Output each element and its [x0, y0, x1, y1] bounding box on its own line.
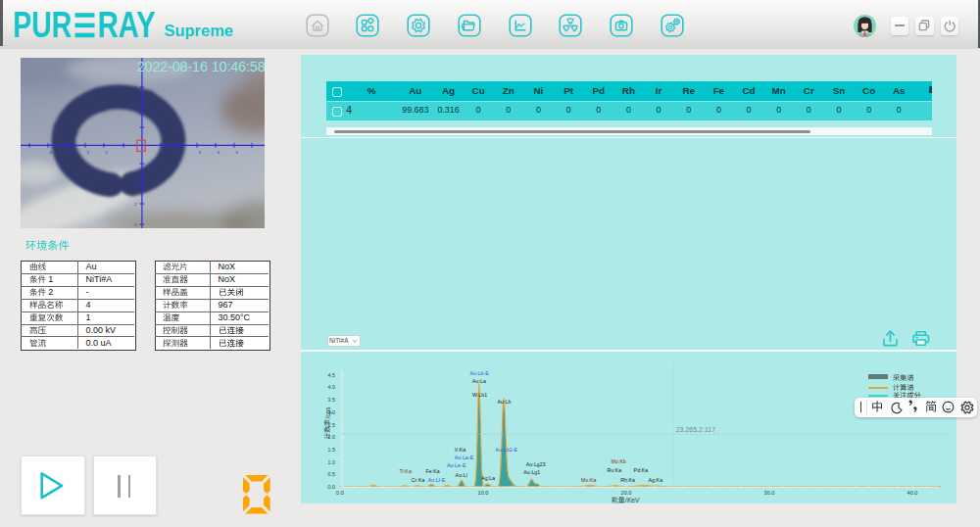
svg-text:30.0: 30.0 [764, 490, 775, 496]
svg-text:20.0: 20.0 [621, 490, 632, 496]
svg-text:10.0: 10.0 [478, 490, 489, 496]
svg-text:/cps: /cps [324, 407, 332, 419]
svg-text:/KeV: /KeV [625, 497, 640, 503]
svg-text:4.0: 4.0 [328, 384, 336, 390]
svg-text:0.0: 0.0 [328, 484, 336, 490]
svg-text:40.0: 40.0 [907, 490, 918, 496]
svg-text:0.0: 0.0 [336, 490, 344, 496]
svg-text:23.265,2.117: 23.265,2.117 [676, 426, 715, 433]
svg-text:1.5: 1.5 [328, 447, 336, 453]
svg-text:4.5: 4.5 [328, 372, 336, 378]
svg-text:1.0: 1.0 [328, 459, 336, 465]
svg-text:0.5: 0.5 [328, 471, 336, 477]
